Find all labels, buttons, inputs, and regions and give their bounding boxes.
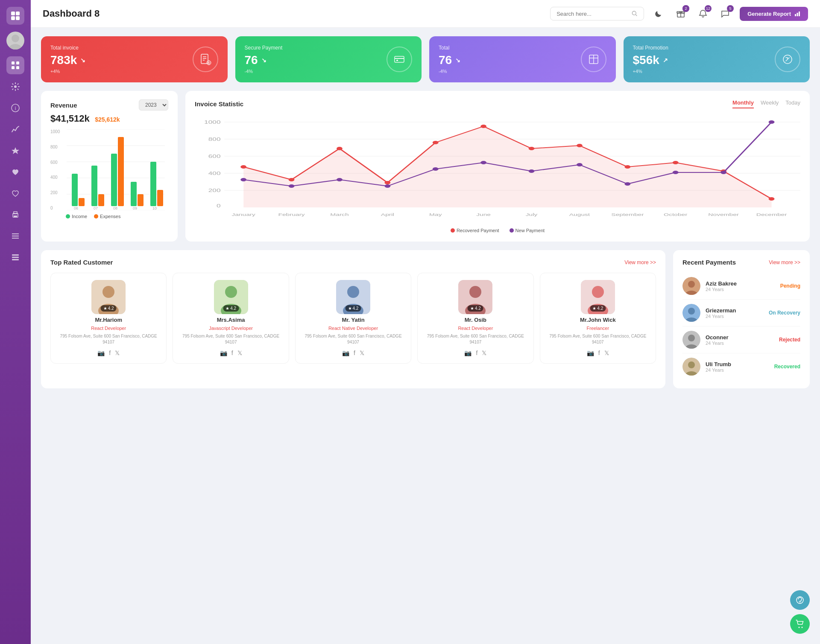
sidebar-item-dashboard[interactable] <box>6 56 24 74</box>
facebook-icon-4[interactable]: f <box>598 350 600 356</box>
payment-icon <box>387 47 412 72</box>
payments-title: Recent Payments <box>682 259 736 266</box>
chat-badge: 5 <box>727 5 734 12</box>
svg-rect-22 <box>12 259 19 260</box>
total-label: Total <box>439 45 460 51</box>
customer-social-4: 📷 f 𝕏 <box>587 350 609 356</box>
svg-text:May: May <box>429 213 442 217</box>
sidebar-item-star[interactable] <box>6 142 24 160</box>
facebook-icon-2[interactable]: f <box>354 350 355 356</box>
revenue-card: Revenue 202320222021 $41,512k $25,612k 1… <box>41 91 178 242</box>
payment-name-0: Aziz Bakree <box>706 280 775 287</box>
facebook-icon-1[interactable]: f <box>231 350 233 356</box>
customer-avatar-1: ★ 4.2 <box>214 280 248 314</box>
payments-view-more[interactable]: View more >> <box>769 259 800 265</box>
sidebar-item-settings[interactable] <box>6 78 24 96</box>
svg-rect-6 <box>12 61 15 64</box>
twitter-icon-1[interactable]: 𝕏 <box>237 350 242 356</box>
customers-grid: ★ 4.2 Mr.Hariom React Developer 795 Fols… <box>50 273 656 364</box>
twitter-icon-4[interactable]: 𝕏 <box>604 350 609 356</box>
customer-address-2: 795 Folsom Ave, Suite 600 San Francisco,… <box>301 333 406 345</box>
promo-change: +4% <box>633 69 668 74</box>
user-avatar[interactable] <box>6 32 24 50</box>
payment-avatar-3 <box>682 358 700 376</box>
year-select[interactable]: 202320222021 <box>139 99 168 111</box>
instagram-icon-2[interactable]: 📷 <box>342 350 349 356</box>
svg-text:August: August <box>569 213 590 217</box>
chart-icon <box>794 11 800 17</box>
dark-mode-toggle[interactable] <box>651 6 666 21</box>
invoice-change: +4% <box>50 69 85 74</box>
instagram-icon-0[interactable]: 📷 <box>97 350 105 356</box>
instagram-icon-3[interactable]: 📷 <box>464 350 472 356</box>
svg-rect-1 <box>16 12 20 15</box>
tab-today[interactable]: Today <box>785 99 800 108</box>
total-change: -4% <box>439 69 460 74</box>
facebook-icon-0[interactable]: f <box>109 350 111 356</box>
svg-rect-2 <box>11 16 15 20</box>
svg-text:January: January <box>231 213 255 217</box>
search-input[interactable] <box>556 11 628 17</box>
payments-card: Recent Payments View more >> Aziz Bakree… <box>673 250 810 388</box>
invoice-title: Invoice Statistic <box>195 100 243 108</box>
customer-social-0: 📷 f 𝕏 <box>97 350 120 356</box>
sidebar-logo[interactable] <box>6 7 24 25</box>
tab-weekly[interactable]: Weekly <box>761 99 779 108</box>
fab-support[interactable] <box>790 590 810 610</box>
sidebar-item-print[interactable] <box>6 206 24 224</box>
dashboard-content: Total invoice 783k ↘ +4% $ Secure Paymen… <box>31 28 820 397</box>
legend-new-payment: New Payment <box>510 228 545 233</box>
svg-text:March: March <box>330 213 348 217</box>
facebook-icon-3[interactable]: f <box>476 350 477 356</box>
svg-rect-56 <box>131 182 137 206</box>
header-icons: 2 2 12 5 Generate Report <box>651 6 808 21</box>
svg-text:600: 600 <box>208 154 221 159</box>
bell-icon-btn[interactable]: 12 <box>695 6 711 21</box>
payment-item-3: Uli Trumb 24 Years Recovered <box>682 353 800 380</box>
instagram-icon-4[interactable]: 📷 <box>587 350 594 356</box>
customer-name-1: Mrs.Asima <box>217 317 245 323</box>
customer-card-1: ★ 4.2 Mrs.Asima Javascript Developer 795… <box>173 273 289 364</box>
svg-point-84 <box>624 165 630 169</box>
sidebar-item-analytics[interactable] <box>6 120 24 138</box>
sidebar-item-list[interactable] <box>6 248 24 266</box>
customer-rating-2: ★ 4.2 <box>346 305 361 312</box>
twitter-icon-3[interactable]: 𝕏 <box>482 350 486 356</box>
customers-view-more[interactable]: View more >> <box>624 259 656 265</box>
sidebar-item-heart1[interactable] <box>6 163 24 181</box>
twitter-icon-2[interactable]: 𝕏 <box>360 350 364 356</box>
generate-report-button[interactable]: Generate Report <box>740 7 808 21</box>
stat-card-payment: Secure Payment 76 ↘ -4% <box>235 36 422 82</box>
twitter-icon-0[interactable]: 𝕏 <box>115 350 120 356</box>
sidebar-item-info[interactable]: i <box>6 99 24 117</box>
instagram-icon-1[interactable]: 📷 <box>220 350 227 356</box>
svg-text:800: 800 <box>208 137 221 142</box>
svg-point-78 <box>337 147 343 150</box>
svg-point-90 <box>337 178 343 181</box>
svg-point-92 <box>433 167 439 171</box>
customer-avatar-0: ★ 4.2 <box>91 280 126 314</box>
gift-icon-btn[interactable]: 2 2 <box>673 6 688 21</box>
search-icon <box>632 10 638 17</box>
search-box[interactable] <box>550 7 644 20</box>
chat-icon-btn[interactable]: 5 <box>718 6 733 21</box>
customer-name-4: Mr.John Wick <box>580 317 616 323</box>
svg-point-116 <box>225 286 237 298</box>
sidebar-item-heart2[interactable] <box>6 184 24 202</box>
fab-cart[interactable] <box>790 614 810 634</box>
stat-cards-row: Total invoice 783k ↘ +4% $ Secure Paymen… <box>41 36 810 82</box>
sidebar-item-menu[interactable] <box>6 227 24 245</box>
customer-card-4: ★ 4.2 Mr.John Wick Freelancer 795 Folsom… <box>540 273 656 364</box>
payment-name-3: Uli Trumb <box>706 361 769 367</box>
svg-point-87 <box>769 197 775 201</box>
bar-chart: 1000 800 600 400 200 0 <box>50 129 168 219</box>
tab-monthly[interactable]: Monthly <box>732 99 754 108</box>
svg-rect-50 <box>72 174 78 206</box>
revenue-title: Revenue <box>50 102 77 109</box>
svg-point-119 <box>347 286 359 298</box>
svg-point-4 <box>12 35 19 42</box>
customers-card: Top Rated Customer View more >> ★ 4.2 Mr… <box>41 250 665 388</box>
svg-point-142 <box>802 627 803 628</box>
svg-text:0: 0 <box>217 204 221 208</box>
charts-row: Revenue 202320222021 $41,512k $25,612k 1… <box>41 91 810 242</box>
